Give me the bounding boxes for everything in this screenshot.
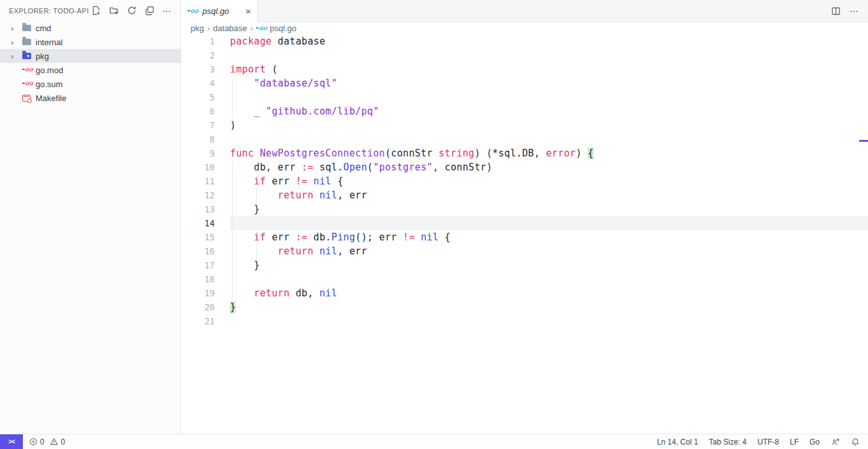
code-line-1[interactable]: 1package database xyxy=(181,34,868,48)
line-number: 8 xyxy=(181,132,215,146)
more-actions-icon[interactable]: ⋯ xyxy=(161,5,173,17)
status-right: Ln 14, Col 1 Tab Size: 4 UTF-8 LF Go xyxy=(657,438,868,446)
tree-item-cmd[interactable]: ›cmd xyxy=(0,21,180,35)
code-line-15[interactable]: 15 if err := db.Ping(); err != nil { xyxy=(181,230,868,244)
code-editor[interactable]: 1package database23import (4 "database/s… xyxy=(181,34,868,434)
breadcrumb-label: pkg xyxy=(191,24,204,33)
line-number: 15 xyxy=(181,230,215,244)
line-number: 12 xyxy=(181,188,215,202)
close-tab-icon[interactable]: × xyxy=(244,6,252,16)
line-number: 20 xyxy=(181,300,215,314)
code-line-8[interactable]: 8 xyxy=(181,132,868,146)
code-line-4[interactable]: 4 "database/sql" xyxy=(181,76,868,90)
code-line-19[interactable]: 19 return db, nil xyxy=(181,286,868,300)
error-icon xyxy=(29,438,37,446)
line-content: package database xyxy=(230,34,325,48)
new-file-icon[interactable] xyxy=(90,5,102,17)
tab-psql-go[interactable]: GO psql.go × xyxy=(181,0,258,22)
line-number: 21 xyxy=(181,314,215,328)
code-line-7[interactable]: 7) xyxy=(181,118,868,132)
code-line-16[interactable]: 16 return nil, err xyxy=(181,244,868,258)
line-number: 6 xyxy=(181,104,215,118)
line-content: import ( xyxy=(230,62,278,76)
go-icon: GO xyxy=(256,26,267,31)
line-number: 10 xyxy=(181,160,215,174)
problems-status[interactable]: 0 0 xyxy=(29,438,65,446)
current-line-highlight xyxy=(230,216,868,230)
tree-item-go-mod[interactable]: GOgo.mod xyxy=(0,63,180,77)
chevron-right-icon: › xyxy=(250,24,253,33)
code-line-11[interactable]: 11 if err != nil { xyxy=(181,174,868,188)
code-line-14[interactable]: 14 xyxy=(181,216,868,230)
go-module-icon: GO xyxy=(22,81,34,86)
breadcrumb-item-database[interactable]: database xyxy=(213,24,247,33)
line-number: 2 xyxy=(181,48,215,62)
code-line-18[interactable]: 18 xyxy=(181,272,868,286)
warning-icon xyxy=(50,438,58,446)
code-line-13[interactable]: 13 } xyxy=(181,202,868,216)
cursor-position[interactable]: Ln 14, Col 1 xyxy=(657,438,698,446)
feedback-icon[interactable] xyxy=(831,438,840,446)
code-line-3[interactable]: 3import ( xyxy=(181,62,868,76)
line-number: 1 xyxy=(181,34,215,48)
line-number: 18 xyxy=(181,272,215,286)
code-line-10[interactable]: 10 db, err := sql.Open("postgres", connS… xyxy=(181,160,868,174)
language-mode[interactable]: Go xyxy=(810,438,820,446)
tree-item-label: go.mod xyxy=(36,66,63,75)
go-module-icon: GO xyxy=(22,67,34,73)
folder-icon xyxy=(22,53,34,59)
split-editor-icon[interactable] xyxy=(831,6,841,16)
folder-icon xyxy=(22,39,34,45)
tree-item-go-sum[interactable]: GOgo.sum xyxy=(0,77,180,91)
new-folder-icon[interactable] xyxy=(108,5,119,17)
breadcrumb-item-psql-go[interactable]: GOpsql.go xyxy=(256,24,296,33)
collapse-folders-icon[interactable] xyxy=(144,5,155,17)
line-content: } xyxy=(230,258,260,272)
editor-actions: ⋯ xyxy=(831,0,868,22)
line-content: } xyxy=(230,202,260,216)
refresh-icon[interactable] xyxy=(126,5,137,17)
code-line-2[interactable]: 2 xyxy=(181,48,868,62)
eol-indicator[interactable]: LF xyxy=(790,438,799,446)
chevron-right-icon: › xyxy=(11,38,22,46)
more-actions-icon[interactable]: ⋯ xyxy=(850,8,859,14)
line-number: 7 xyxy=(181,118,215,132)
makefile-icon xyxy=(22,95,34,102)
code-line-6[interactable]: 6 _ "github.com/lib/pq" xyxy=(181,104,868,118)
overview-ruler-mark xyxy=(859,140,868,142)
tab-bar: GO psql.go × ⋯ xyxy=(181,0,868,22)
code-line-9[interactable]: 9func NewPostgresConnection(connStr stri… xyxy=(181,146,868,160)
go-icon: GO xyxy=(187,9,198,14)
vscode-window: EXPLORER: TODO-API xyxy=(0,0,868,434)
line-number: 13 xyxy=(181,202,215,216)
tree-item-internal[interactable]: ›internal xyxy=(0,35,180,49)
chevron-right-icon: › xyxy=(207,24,210,33)
chevron-right-icon: › xyxy=(11,24,22,32)
error-count: 0 xyxy=(40,438,44,446)
code-line-20[interactable]: 20} xyxy=(181,300,868,314)
line-content: return nil, err xyxy=(230,244,367,258)
breadcrumb-item-pkg[interactable]: pkg xyxy=(191,24,204,33)
tree-item-label: Makefile xyxy=(36,93,66,103)
code-line-17[interactable]: 17 } xyxy=(181,258,868,272)
line-number: 5 xyxy=(181,90,215,104)
status-bar: >< 0 0 Ln 14, Col 1 Tab Size: 4 UTF-8 LF… xyxy=(0,434,868,449)
line-content: ) xyxy=(230,118,236,132)
explorer-actions: ⋯ xyxy=(90,5,173,17)
warning-count: 0 xyxy=(61,438,65,446)
remote-icon: >< xyxy=(8,438,15,445)
folder-icon xyxy=(22,25,34,31)
line-content: func NewPostgresConnection(connStr strin… xyxy=(230,146,593,160)
tab-label: psql.go xyxy=(202,6,240,16)
editor-group: GO psql.go × ⋯ pkg›database›GOpsql.go 1p… xyxy=(181,0,868,434)
code-line-12[interactable]: 12 return nil, err xyxy=(181,188,868,202)
tree-item-pkg[interactable]: ›pkg xyxy=(0,49,180,63)
tree-item-makefile[interactable]: Makefile xyxy=(0,91,180,105)
encoding[interactable]: UTF-8 xyxy=(757,438,779,446)
code-line-5[interactable]: 5 xyxy=(181,90,868,104)
tab-size[interactable]: Tab Size: 4 xyxy=(709,438,747,446)
remote-indicator[interactable]: >< xyxy=(0,434,23,449)
code-line-21[interactable]: 21 xyxy=(181,314,868,328)
line-number: 9 xyxy=(181,146,215,160)
notifications-bell-icon[interactable] xyxy=(851,438,860,446)
